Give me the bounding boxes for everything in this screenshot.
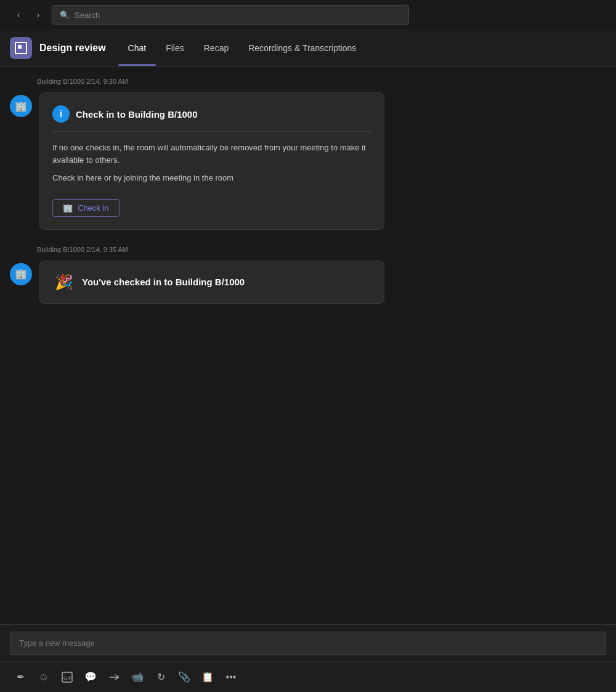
avatar-2: 🏢 <box>10 263 32 285</box>
gif-icon[interactable]: GIF <box>57 667 78 688</box>
checkin-btn-label: Check in <box>78 203 109 213</box>
checked-card: 🎉 You've checked in to Building B/1000 <box>39 261 384 304</box>
attach-icon[interactable]: 📎 <box>174 667 195 688</box>
message-input-area <box>0 624 616 661</box>
top-bar: ‹ › 🔍 <box>0 0 616 30</box>
whiteboard-icon[interactable]: 📋 <box>197 667 218 688</box>
card-header: i Check in to Building B/1000 <box>52 105 371 132</box>
back-button[interactable]: ‹ <box>10 6 27 23</box>
emoji-icon[interactable]: ☺ <box>33 667 54 688</box>
format-icon[interactable]: ✒ <box>10 667 31 688</box>
search-icon: 🔍 <box>60 10 70 20</box>
tab-chat[interactable]: Chat <box>118 30 156 66</box>
message-group-2: 🏢 🎉 You've checked in to Building B/1000 <box>0 256 616 309</box>
tab-files[interactable]: Files <box>156 30 194 66</box>
search-bar: 🔍 <box>52 5 409 25</box>
checked-text: You've checked in to Building B/1000 <box>82 277 245 287</box>
checked-emoji: 🎉 <box>55 274 73 291</box>
checkin-card: i Check in to Building B/1000 If no one … <box>39 92 384 230</box>
chat-area: Building B/1000 2/14, 9:30 AM 🏢 i Check … <box>0 67 616 624</box>
app-header: Design review Chat Files Recap Recording… <box>0 30 616 67</box>
app-icon-inner <box>15 42 27 54</box>
sticker-icon[interactable]: 💬 <box>80 667 101 688</box>
avatar-icon-1: 🏢 <box>15 100 27 112</box>
card-body: If no one checks in, the room will autom… <box>52 142 371 184</box>
info-icon: i <box>52 105 70 123</box>
search-input[interactable] <box>75 10 401 20</box>
checkin-button[interactable]: 🏢 Check in <box>52 199 120 217</box>
loop-icon[interactable]: ↻ <box>150 667 171 688</box>
nav-arrows: ‹ › <box>10 6 47 23</box>
checkin-btn-icon: 🏢 <box>63 203 73 213</box>
meet-icon[interactable]: 📹 <box>127 667 148 688</box>
card-body-text-2: Check in here or by joining the meeting … <box>52 172 371 184</box>
toolbar: ✒ ☺ GIF 💬 📹 ↻ 📎 📋 ••• <box>0 661 616 692</box>
message-meta-2: Building B/1000 2/14, 9:35 AM <box>0 245 616 256</box>
tabs: Chat Files Recap Recordings & Transcript… <box>118 30 367 66</box>
tab-recordings[interactable]: Recordings & Transcriptions <box>238 30 366 66</box>
app-icon <box>10 37 32 59</box>
svg-text:GIF: GIF <box>63 675 71 681</box>
avatar-1: 🏢 <box>10 95 32 117</box>
message-group-1: 🏢 i Check in to Building B/1000 If no on… <box>0 88 616 235</box>
avatar-icon-2: 🏢 <box>15 268 27 280</box>
tab-recap[interactable]: Recap <box>194 30 238 66</box>
more-options-button[interactable]: ••• <box>221 667 241 688</box>
app-title: Design review <box>39 43 106 54</box>
message-meta-1: Building B/1000 2/14, 9:30 AM <box>0 76 616 88</box>
card-title: Check in to Building B/1000 <box>76 109 198 120</box>
card-body-text-1: If no one checks in, the room will autom… <box>52 142 371 166</box>
send-icon[interactable] <box>103 667 124 688</box>
message-input[interactable] <box>10 632 606 655</box>
forward-button[interactable]: › <box>30 6 47 23</box>
